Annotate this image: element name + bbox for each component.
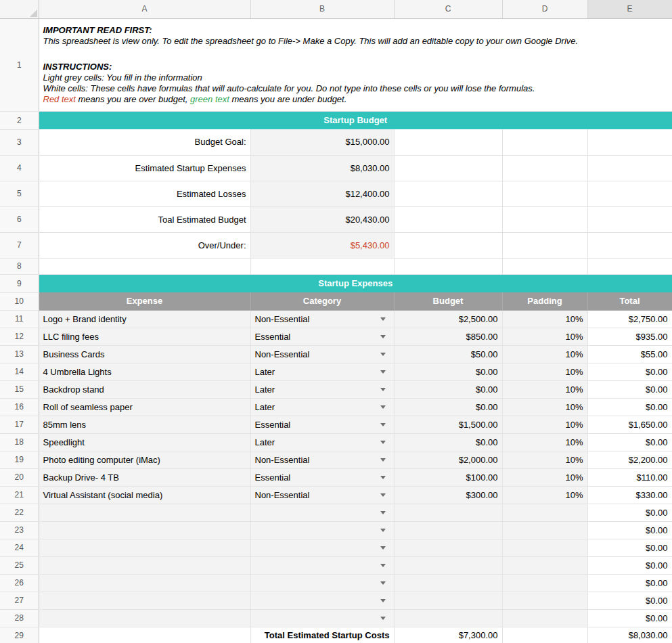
total-budget-sum-cell[interactable]: $7,300.00 <box>394 627 502 643</box>
expense-name-cell[interactable]: Business Cards <box>39 345 250 363</box>
dropdown-arrow-icon[interactable] <box>380 317 386 321</box>
expense-name-cell[interactable] <box>39 574 250 592</box>
padding-cell[interactable] <box>502 609 587 627</box>
dropdown-arrow-icon[interactable] <box>380 546 386 550</box>
empty-cell[interactable] <box>394 129 502 155</box>
category-dropdown-cell[interactable] <box>250 521 394 539</box>
budget-amount-cell[interactable]: $0.00 <box>394 398 502 416</box>
row-number[interactable]: 17 <box>0 416 39 433</box>
row-number[interactable]: 18 <box>0 433 39 451</box>
padding-cell[interactable] <box>502 574 587 592</box>
budget-amount-cell[interactable]: $0.00 <box>394 433 502 451</box>
empty-cell[interactable] <box>394 181 502 206</box>
padding-cell[interactable]: 10% <box>502 451 587 468</box>
row-number[interactable]: 8 <box>0 258 39 274</box>
row-number[interactable]: 19 <box>0 451 39 468</box>
dropdown-arrow-icon[interactable] <box>380 335 386 338</box>
expense-name-cell[interactable]: Photo editing computer (iMac) <box>39 451 250 468</box>
total-cell[interactable]: $110.00 <box>587 468 672 486</box>
header-padding[interactable]: Padding <box>502 292 587 310</box>
budget-goal-label[interactable]: Budget Goal: <box>39 129 250 155</box>
row-number[interactable]: 14 <box>0 363 39 380</box>
budget-amount-cell[interactable] <box>394 521 502 539</box>
row-number[interactable]: 5 <box>0 181 39 206</box>
category-dropdown-cell[interactable]: Essential <box>250 468 394 486</box>
budget-amount-cell[interactable]: $2,500.00 <box>394 310 502 328</box>
expense-name-cell[interactable]: Speedlight <box>39 433 250 451</box>
dropdown-arrow-icon[interactable] <box>380 423 386 426</box>
expense-name-cell[interactable] <box>39 521 250 539</box>
category-dropdown-cell[interactable]: Later <box>250 398 394 416</box>
row-number[interactable]: 28 <box>0 609 39 627</box>
padding-cell[interactable] <box>502 504 587 521</box>
header-budget[interactable]: Budget <box>394 292 502 310</box>
padding-cell[interactable] <box>502 539 587 556</box>
padding-cell[interactable]: 10% <box>502 433 587 451</box>
row-number[interactable]: 6 <box>0 206 39 232</box>
expense-name-cell[interactable] <box>39 609 250 627</box>
category-dropdown-cell[interactable] <box>250 556 394 574</box>
total-cell[interactable]: $0.00 <box>587 521 672 539</box>
category-dropdown-cell[interactable] <box>250 609 394 627</box>
dropdown-arrow-icon[interactable] <box>380 493 386 497</box>
padding-cell[interactable] <box>502 521 587 539</box>
empty-cell[interactable] <box>587 232 672 258</box>
expense-name-cell[interactable]: 4 Umbrella Lights <box>39 363 250 380</box>
padding-cell[interactable]: 10% <box>502 468 587 486</box>
total-cell[interactable]: $935.00 <box>587 328 672 345</box>
empty-cell[interactable] <box>502 181 587 206</box>
category-dropdown-cell[interactable]: Later <box>250 380 394 398</box>
total-cell[interactable]: $0.00 <box>587 556 672 574</box>
row-number[interactable]: 4 <box>0 155 39 181</box>
estimated-losses-label[interactable]: Estimated Losses <box>39 181 250 206</box>
budget-amount-cell[interactable] <box>394 609 502 627</box>
empty-cell[interactable] <box>502 258 587 274</box>
row-number[interactable]: 22 <box>0 504 39 521</box>
expense-name-cell[interactable] <box>39 504 250 521</box>
dropdown-arrow-icon[interactable] <box>380 511 386 514</box>
expense-name-cell[interactable]: Backup Drive- 4 TB <box>39 468 250 486</box>
expense-name-cell[interactable]: Logo + Brand identity <box>39 310 250 328</box>
row-number[interactable]: 12 <box>0 328 39 345</box>
category-dropdown-cell[interactable] <box>250 574 394 592</box>
padding-cell[interactable]: 10% <box>502 328 587 345</box>
padding-cell[interactable]: 10% <box>502 345 587 363</box>
padding-cell[interactable]: 10% <box>502 363 587 380</box>
budget-amount-cell[interactable] <box>394 592 502 609</box>
empty-cell[interactable] <box>502 206 587 232</box>
expense-name-cell[interactable]: Virtual Assistant (social media) <box>39 486 250 504</box>
expenses-section-title[interactable]: Startup Expenses <box>39 274 672 292</box>
empty-cell[interactable] <box>587 155 672 181</box>
expense-name-cell[interactable] <box>39 592 250 609</box>
empty-cell[interactable] <box>39 627 250 643</box>
row-number[interactable]: 20 <box>0 468 39 486</box>
select-all-corner[interactable] <box>0 0 39 18</box>
dropdown-arrow-icon[interactable] <box>380 581 386 585</box>
padding-cell[interactable]: 10% <box>502 398 587 416</box>
budget-amount-cell[interactable] <box>394 504 502 521</box>
total-cell[interactable]: $0.00 <box>587 380 672 398</box>
category-dropdown-cell[interactable] <box>250 539 394 556</box>
row-number[interactable]: 16 <box>0 398 39 416</box>
column-header-a[interactable]: A <box>39 0 250 18</box>
row-number[interactable]: 15 <box>0 380 39 398</box>
row-number[interactable]: 1 <box>0 18 39 111</box>
dropdown-arrow-icon[interactable] <box>380 599 386 602</box>
row-number[interactable]: 3 <box>0 129 39 155</box>
total-cell[interactable]: $0.00 <box>587 363 672 380</box>
row-number[interactable]: 24 <box>0 539 39 556</box>
estimated-expenses-label[interactable]: Estimated Startup Expenses <box>39 155 250 181</box>
total-estimated-budget-label[interactable]: Toal Estimated Budget <box>39 206 250 232</box>
total-sum-cell[interactable]: $8,030.00 <box>587 627 672 643</box>
padding-cell[interactable] <box>502 556 587 574</box>
row-number[interactable]: 29 <box>0 627 39 643</box>
dropdown-arrow-icon[interactable] <box>380 405 386 409</box>
category-dropdown-cell[interactable]: Essential <box>250 328 394 345</box>
empty-cell[interactable] <box>502 155 587 181</box>
category-dropdown-cell[interactable]: Non-Essential <box>250 451 394 468</box>
row-number[interactable]: 10 <box>0 292 39 310</box>
empty-cell[interactable] <box>502 627 587 643</box>
row-number[interactable]: 23 <box>0 521 39 539</box>
row-number[interactable]: 2 <box>0 111 39 129</box>
over-under-value[interactable]: $5,430.00 <box>250 232 394 258</box>
